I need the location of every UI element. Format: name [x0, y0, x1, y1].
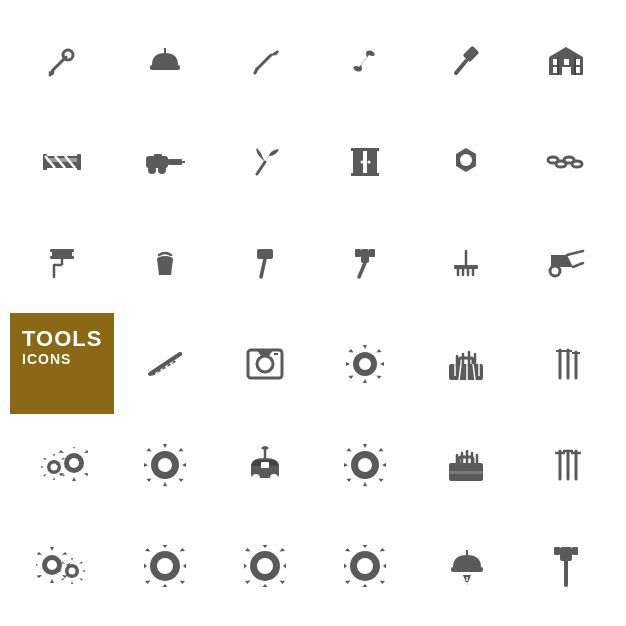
wrench-icon — [32, 31, 92, 91]
svg-point-66 — [257, 356, 273, 372]
gear-big-icon — [135, 536, 195, 596]
svg-line-62 — [567, 251, 583, 255]
cell-r1c5 — [415, 10, 515, 111]
cell-r4c4 — [315, 313, 415, 414]
svg-rect-44 — [50, 256, 74, 259]
cell-r1c4 — [315, 10, 415, 111]
cell-r5c2 — [114, 414, 214, 515]
pickaxe-icon — [235, 132, 295, 192]
svg-point-1 — [63, 50, 73, 60]
cell-r2c2 — [114, 111, 214, 212]
cell-r2c1 — [10, 111, 114, 212]
hardhat-icon — [135, 31, 195, 91]
svg-line-7 — [456, 61, 466, 73]
hardhat-warning-icon — [436, 536, 496, 596]
svg-point-36 — [368, 160, 371, 163]
tools-vertical-icon — [536, 435, 596, 495]
svg-line-64 — [150, 354, 180, 374]
toolbox2-icon — [436, 435, 496, 495]
cell-r4c3 — [215, 313, 315, 414]
dual-gears-icon — [32, 536, 92, 596]
cell-r6c1 — [10, 515, 114, 616]
svg-point-91 — [270, 474, 278, 482]
cell-r6c4 — [315, 515, 415, 616]
cell-r5c1 — [10, 414, 114, 515]
cell-r3c5 — [415, 212, 515, 313]
cell-r2c4 — [315, 111, 415, 212]
svg-rect-26 — [182, 161, 185, 163]
bolt-icon — [436, 132, 496, 192]
svg-point-90 — [252, 474, 260, 482]
cell-r1c2 — [114, 10, 214, 111]
cell-r6c3 — [215, 515, 315, 616]
cell-r5c3 — [215, 414, 315, 515]
svg-point-122 — [466, 582, 468, 584]
chain-icon — [536, 132, 596, 192]
drill-icon — [135, 132, 195, 192]
svg-rect-120 — [451, 567, 483, 572]
svg-point-87 — [69, 458, 79, 468]
svg-point-119 — [357, 558, 373, 574]
building-icon — [536, 31, 596, 91]
cell-r1c1 — [10, 10, 114, 111]
svg-point-37 — [460, 154, 472, 166]
cell-r2c3 — [215, 111, 315, 212]
gear-simple-icon — [335, 536, 395, 596]
svg-rect-103 — [449, 471, 483, 474]
cell-r6c5 — [415, 515, 515, 616]
cell-r5c5 — [415, 414, 515, 515]
svg-point-95 — [358, 458, 372, 472]
svg-rect-52 — [355, 249, 361, 257]
svg-rect-3 — [150, 65, 180, 70]
svg-point-35 — [361, 160, 364, 163]
wheelbarrow-icon — [536, 233, 596, 293]
svg-rect-15 — [557, 57, 559, 75]
svg-line-63 — [573, 263, 583, 267]
car-wrench-icon — [235, 435, 295, 495]
gear-outline-icon — [335, 435, 395, 495]
cell-r2c5 — [415, 111, 515, 212]
dual-gears-small-icon — [32, 435, 92, 495]
cell-r3c1 — [10, 212, 114, 313]
hammer-simple-icon — [536, 536, 596, 596]
hammer2-icon — [335, 233, 395, 293]
svg-rect-43 — [50, 249, 74, 252]
svg-point-48 — [157, 256, 173, 262]
svg-point-61 — [550, 266, 560, 276]
hammer-icon — [436, 31, 496, 91]
icon-grid: TOOLS ICONS — [0, 0, 626, 626]
cell-r3c4 — [315, 212, 415, 313]
label-main: TOOLS — [22, 327, 102, 351]
svg-point-117 — [257, 558, 273, 574]
svg-point-41 — [572, 161, 582, 167]
svg-rect-125 — [572, 547, 578, 555]
cell-r3c6 — [516, 212, 616, 313]
label-sub: ICONS — [22, 351, 71, 367]
rake-icon — [436, 233, 496, 293]
svg-rect-14 — [562, 67, 571, 75]
pick-icon — [235, 31, 295, 91]
svg-rect-20 — [77, 154, 81, 170]
cell-r5c6 — [516, 414, 616, 515]
toolbox-icon — [436, 334, 496, 394]
svg-point-115 — [157, 558, 173, 574]
svg-point-113 — [69, 567, 76, 574]
svg-point-89 — [158, 458, 172, 472]
svg-rect-10 — [564, 59, 569, 65]
svg-line-4 — [257, 55, 271, 69]
cell-r6c2 — [114, 515, 214, 616]
wrenches-icon — [536, 334, 596, 394]
svg-rect-53 — [369, 249, 375, 257]
svg-rect-123 — [560, 547, 572, 561]
saw-icon — [135, 334, 195, 394]
paintroller-icon — [32, 233, 92, 293]
svg-rect-92 — [261, 462, 269, 468]
cell-r4c6 — [516, 313, 616, 414]
cell-r1c6 — [516, 10, 616, 111]
svg-rect-16 — [574, 57, 576, 75]
svg-point-28 — [158, 166, 166, 174]
cell-r1c3 — [215, 10, 315, 111]
gear-large-icon — [335, 334, 395, 394]
cell-r3c3 — [215, 212, 315, 313]
gear-medium-icon — [135, 435, 195, 495]
